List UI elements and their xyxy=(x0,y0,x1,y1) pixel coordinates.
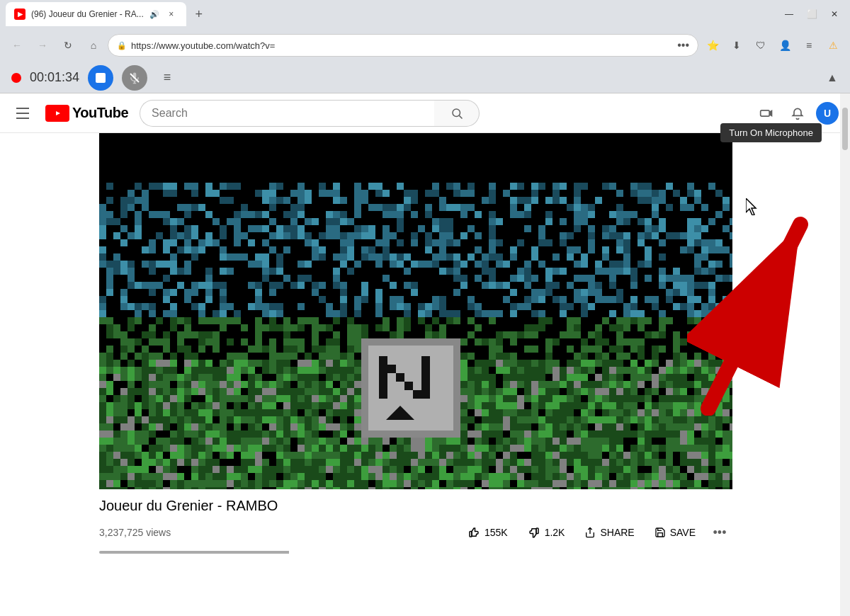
like-count: 155K xyxy=(484,527,508,538)
save-button[interactable]: SAVE xyxy=(646,523,704,542)
browser-frame: ▶ (96) Joueur du Grenier - RA... 🔊 × + —… xyxy=(0,0,850,616)
microphone-icon xyxy=(128,72,141,84)
video-canvas xyxy=(99,133,732,489)
tab-favicon: ▶ xyxy=(14,8,26,20)
recording-timer: 00:01:34 xyxy=(30,70,79,85)
user-avatar[interactable]: U xyxy=(816,102,839,125)
title-bar: ▶ (96) Joueur du Grenier - RA... 🔊 × + —… xyxy=(0,0,850,28)
tab-close-button[interactable]: × xyxy=(165,8,178,21)
recording-dot xyxy=(11,73,21,83)
extensions-button[interactable]: ⭐ xyxy=(701,34,724,57)
home-icon: ⌂ xyxy=(91,40,96,51)
video-info: Joueur du Grenier - RAMBO 3,237,725 view… xyxy=(99,489,732,562)
url-display: https://www.youtube.com/watch?v= xyxy=(131,40,673,51)
share-label: SHARE xyxy=(600,527,634,538)
recording-menu-icon: ≡ xyxy=(164,70,171,85)
stop-icon xyxy=(96,73,106,83)
profile-icon: 👤 xyxy=(779,40,791,51)
refresh-icon: ↻ xyxy=(64,40,72,51)
stop-recording-button[interactable] xyxy=(88,65,113,91)
search-icon xyxy=(450,107,463,120)
forward-icon: → xyxy=(38,40,47,51)
recording-bar: 00:01:34 ≡ ▲ Turn On Microphone xyxy=(0,62,850,93)
scroll-up-button[interactable]: ▲ xyxy=(826,72,839,84)
thumbs-up-icon xyxy=(468,526,480,539)
new-tab-button[interactable]: + xyxy=(189,4,209,24)
youtube-page: YouTube xyxy=(0,93,850,616)
search-input[interactable] xyxy=(140,100,434,127)
search-button[interactable] xyxy=(434,100,480,127)
save-label: SAVE xyxy=(670,527,696,538)
view-count: 3,237,725 views xyxy=(99,527,171,538)
like-button[interactable]: 155K xyxy=(459,522,516,543)
bookmark-star-icon: ⭐ xyxy=(707,40,719,51)
warning-icon: ⚠ xyxy=(829,40,838,51)
tab-title: (96) Joueur du Grenier - RA... xyxy=(31,9,144,19)
upload-video-icon xyxy=(759,106,774,120)
page-scrollbar[interactable] xyxy=(840,93,850,616)
svg-line-5 xyxy=(459,115,462,118)
svg-rect-6 xyxy=(761,110,770,115)
tooltip-text: Turn On Microphone xyxy=(729,127,813,138)
thumbs-down-icon xyxy=(528,526,540,539)
address-bar[interactable]: 🔒 https://www.youtube.com/watch?v= ••• xyxy=(108,34,698,57)
bell-icon xyxy=(790,106,805,120)
youtube-logo-icon xyxy=(45,105,69,122)
svg-point-4 xyxy=(453,109,460,117)
search-form xyxy=(140,100,480,127)
back-icon: ← xyxy=(12,40,22,51)
address-more-button[interactable]: ••• xyxy=(677,39,689,52)
hamburger-menu-button[interactable] xyxy=(11,102,34,125)
maximize-button[interactable]: ⬜ xyxy=(802,4,822,24)
svg-rect-8 xyxy=(470,532,472,537)
header-right: U xyxy=(754,101,839,126)
video-meta: 3,237,725 views 155K xyxy=(99,520,732,545)
microphone-tooltip: Turn On Microphone xyxy=(720,123,822,142)
window-controls: — ⬜ ✕ xyxy=(779,4,844,24)
more-actions-button[interactable]: ••• xyxy=(707,520,732,545)
browser-menu-icon: ≡ xyxy=(806,40,812,51)
svg-rect-9 xyxy=(536,528,538,534)
recording-menu-button[interactable]: ≡ xyxy=(156,67,178,89)
forward-button[interactable]: → xyxy=(31,34,54,57)
lock-icon: 🔒 xyxy=(117,41,127,50)
share-icon xyxy=(584,527,596,538)
profile-button[interactable]: 👤 xyxy=(774,34,796,57)
download-button[interactable]: ⬇ xyxy=(725,34,748,57)
video-player[interactable] xyxy=(99,133,732,489)
refresh-button[interactable]: ↻ xyxy=(57,34,79,57)
minimize-button[interactable]: — xyxy=(779,4,799,24)
scroll-up-icon: ▲ xyxy=(827,72,838,84)
video-title: Joueur du Grenier - RAMBO xyxy=(99,498,732,514)
browser-menu-button[interactable]: ≡ xyxy=(798,34,820,57)
back-button[interactable]: ← xyxy=(6,34,28,57)
close-button[interactable]: ✕ xyxy=(824,4,844,24)
youtube-logo-text: YouTube xyxy=(72,105,128,121)
browser-tab[interactable]: ▶ (96) Joueur du Grenier - RA... 🔊 × xyxy=(6,2,186,26)
nav-actions: ⭐ ⬇ 🛡 👤 ≡ ⚠ xyxy=(701,34,844,57)
download-icon: ⬇ xyxy=(732,40,741,51)
video-upload-button[interactable] xyxy=(754,101,779,126)
tab-audio-icon: 🔊 xyxy=(149,10,159,19)
more-actions-icon: ••• xyxy=(713,525,727,540)
youtube-logo[interactable]: YouTube xyxy=(45,105,128,122)
share-button[interactable]: SHARE xyxy=(576,523,642,542)
dislike-button[interactable]: 1.2K xyxy=(519,522,574,543)
dislike-count: 1.2K xyxy=(545,527,565,538)
play-icon xyxy=(50,108,64,118)
save-icon xyxy=(654,527,666,538)
nav-bar: ← → ↻ ⌂ 🔒 https://www.youtube.com/watch?… xyxy=(0,28,850,62)
microphone-button[interactable] xyxy=(122,65,147,91)
video-actions: 155K 1.2K xyxy=(459,520,732,545)
home-button[interactable]: ⌂ xyxy=(82,34,105,57)
scrollbar-thumb[interactable] xyxy=(842,108,848,150)
youtube-main: Joueur du Grenier - RAMBO 3,237,725 view… xyxy=(0,133,850,562)
shield-icon: 🛡 xyxy=(756,40,766,51)
notifications-button[interactable] xyxy=(785,101,810,126)
shield-button[interactable]: 🛡 xyxy=(749,34,772,57)
warning-button: ⚠ xyxy=(822,34,844,57)
